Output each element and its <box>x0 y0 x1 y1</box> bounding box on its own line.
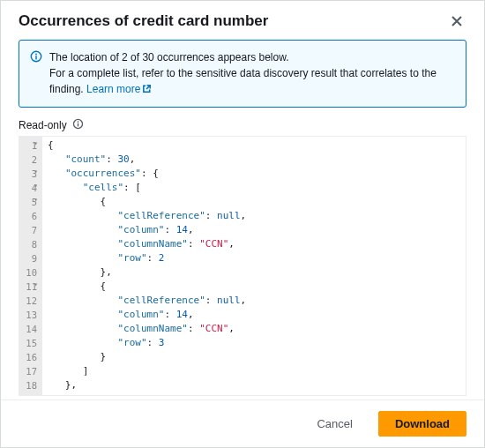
readonly-label-row: Read-only <box>19 118 466 132</box>
info-icon <box>72 118 84 132</box>
modal-dialog: Occurrences of credit card number The lo… <box>1 1 484 447</box>
close-button[interactable] <box>447 11 466 31</box>
modal-title: Occurrences of credit card number <box>19 12 268 30</box>
learn-more-link[interactable]: Learn more <box>86 83 152 95</box>
fold-toggle-icon[interactable]: ▾ <box>34 281 38 288</box>
modal-body: The location of 2 of 30 occurrences appe… <box>1 40 484 399</box>
svg-point-1 <box>35 54 37 56</box>
svg-rect-2 <box>35 56 36 59</box>
modal-footer: Cancel Download <box>1 399 484 447</box>
code-editor: 1▾23▾4▾5▾67891011▾121314151617181920 { "… <box>19 136 466 396</box>
svg-rect-5 <box>78 123 78 127</box>
fold-toggle-icon[interactable]: ▾ <box>34 140 38 147</box>
download-button[interactable]: Download <box>378 411 466 437</box>
modal-header: Occurrences of credit card number <box>1 1 484 40</box>
close-icon <box>451 17 463 30</box>
cancel-button[interactable]: Cancel <box>300 411 369 437</box>
editor-gutter: 1▾23▾4▾5▾67891011▾121314151617181920 <box>19 137 42 396</box>
fold-toggle-icon[interactable]: ▾ <box>34 197 38 204</box>
info-alert: The location of 2 of 30 occurrences appe… <box>19 40 466 108</box>
external-link-icon <box>142 82 152 98</box>
fold-toggle-icon[interactable]: ▾ <box>34 168 38 175</box>
editor-code: { "count": 30, "occurrences": { "cells":… <box>42 137 466 396</box>
info-icon <box>30 49 42 98</box>
fold-toggle-icon[interactable]: ▾ <box>34 183 38 190</box>
info-text: The location of 2 of 30 occurrences appe… <box>49 49 455 98</box>
svg-point-4 <box>77 121 78 123</box>
readonly-label: Read-only <box>19 119 67 131</box>
info-line-1: The location of 2 of 30 occurrences appe… <box>49 51 289 63</box>
